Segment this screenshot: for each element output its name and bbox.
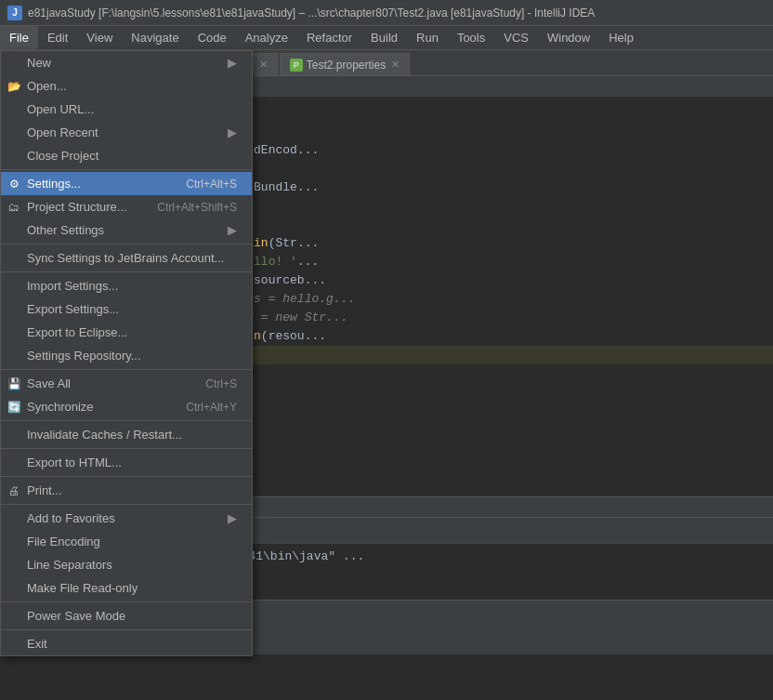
menu-export-html[interactable]: Export to HTML...: [1, 451, 252, 474]
menu-other-settings[interactable]: Other Settings ▶: [1, 218, 252, 242]
menu-refactor[interactable]: Refactor: [297, 26, 361, 49]
separator-10: [1, 629, 252, 630]
print-icon: 🖨: [7, 483, 21, 498]
menu-sync-settings[interactable]: Sync Settings to JetBrains Account...: [1, 246, 252, 270]
menu-analyze[interactable]: Analyze: [236, 26, 297, 49]
menu-project-structure[interactable]: 🗂 Project Structure... Ctrl+Alt+Shift+S: [1, 195, 252, 218]
separator-3: [1, 271, 252, 272]
prop-file-icon: P: [290, 59, 303, 72]
separator-6: [1, 448, 252, 449]
separator-1: [1, 169, 252, 170]
menu-run[interactable]: Run: [407, 26, 448, 49]
sync-icon: 🔄: [7, 400, 21, 415]
menu-settings[interactable]: ⚙ Settings... Ctrl+Alt+S: [1, 172, 252, 195]
separator-7: [1, 476, 252, 477]
menu-import-settings[interactable]: Import Settings...: [1, 274, 252, 297]
menu-export-settings[interactable]: Export Settings...: [1, 297, 252, 321]
menu-power-save[interactable]: Power Save Mode: [1, 604, 252, 627]
separator-2: [1, 244, 252, 244]
settings-icon: ⚙: [7, 177, 21, 192]
menu-bar: File Edit View Navigate Code Analyze Ref…: [0, 26, 773, 50]
menu-file-encoding[interactable]: File Encoding: [1, 530, 252, 553]
menu-invalidate-caches[interactable]: Invalidate Caches / Restart...: [1, 423, 252, 446]
menu-close-project[interactable]: Close Project: [1, 144, 252, 167]
tab-test2-properties[interactable]: P Test2.properties ✕: [280, 53, 410, 75]
menu-make-readonly[interactable]: Make File Read-only: [1, 576, 252, 600]
menu-code[interactable]: Code: [189, 26, 236, 49]
project-icon: 🗂: [7, 200, 21, 215]
file-dropdown-menu: New ▶ 📂 Open... Open URL... Open Recent …: [0, 50, 253, 656]
menu-tools[interactable]: Tools: [448, 26, 494, 49]
menu-open[interactable]: 📂 Open...: [1, 74, 252, 98]
separator-4: [1, 369, 252, 370]
menu-open-url[interactable]: Open URL...: [1, 98, 252, 121]
menu-open-recent[interactable]: Open Recent ▶: [1, 121, 252, 144]
new-icon: [7, 56, 21, 71]
menu-view[interactable]: View: [77, 26, 122, 49]
tab-label: Test2.properties: [307, 59, 386, 72]
menu-save-all[interactable]: 💾 Save All Ctrl+S: [1, 372, 252, 395]
app-icon: J: [7, 6, 22, 20]
separator-9: [1, 601, 252, 602]
menu-edit[interactable]: Edit: [38, 26, 77, 49]
menu-synchronize[interactable]: 🔄 Synchronize Ctrl+Alt+Y: [1, 395, 252, 418]
tab-close-icon[interactable]: ✕: [391, 59, 400, 71]
title-bar: J e81javaStudy [F:\langsin\5.lessons\e81…: [0, 0, 773, 26]
open-icon: 📂: [7, 79, 21, 94]
menu-line-separators[interactable]: Line Separators: [1, 553, 252, 576]
menu-add-favorites[interactable]: Add to Favorites ▶: [1, 507, 252, 530]
menu-export-eclipse[interactable]: Export to Eclipse...: [1, 321, 252, 344]
menu-exit[interactable]: Exit: [1, 632, 252, 655]
separator-5: [1, 420, 252, 421]
menu-file[interactable]: File: [0, 26, 38, 49]
menu-print[interactable]: 🖨 Print...: [1, 479, 252, 502]
title-text: e81javaStudy [F:\langsin\5.lessons\e81\e…: [28, 7, 595, 20]
menu-window[interactable]: Window: [538, 26, 599, 49]
tab-close-icon[interactable]: ✕: [259, 59, 268, 71]
menu-vcs[interactable]: VCS: [494, 26, 538, 49]
menu-new[interactable]: New ▶: [1, 51, 252, 74]
menu-navigate[interactable]: Navigate: [122, 26, 188, 49]
menu-build[interactable]: Build: [361, 26, 407, 49]
menu-settings-repo[interactable]: Settings Repository...: [1, 344, 252, 367]
separator-8: [1, 504, 252, 505]
menu-help[interactable]: Help: [599, 26, 643, 49]
save-icon: 💾: [7, 376, 21, 391]
